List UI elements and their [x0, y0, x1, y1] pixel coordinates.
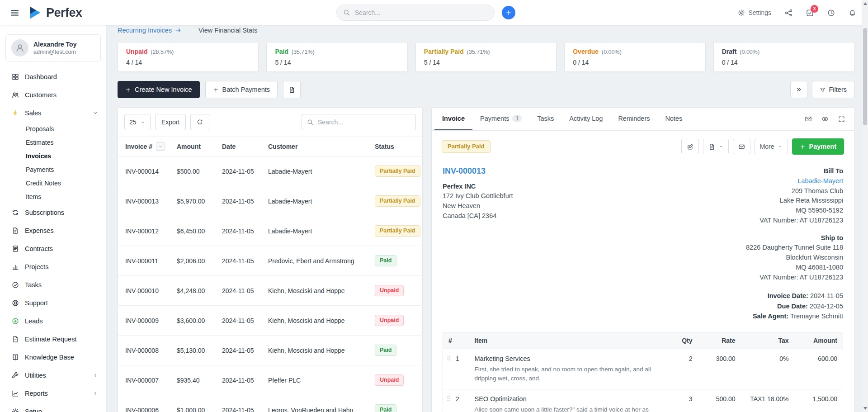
summary-card-partially-paid[interactable]: Partially Paid(35.71%)5 / 14	[415, 42, 557, 72]
menu-icon[interactable]	[10, 8, 19, 18]
invoice-number-cell[interactable]: INV-000008	[118, 336, 173, 365]
summary-card-overdue[interactable]: Overdue(0.00%)0 / 14	[564, 42, 705, 72]
column-header-amount[interactable]: Amount	[173, 137, 218, 156]
recurring-invoices-link[interactable]: Recurring Invoices	[118, 27, 181, 34]
invoice-row[interactable]: INV-000010$4,248.002024-11-05Kiehn, Mosc…	[118, 276, 423, 306]
per-page-select[interactable]: 25	[124, 114, 151, 130]
sidebar-item-customers[interactable]: Customers	[0, 86, 106, 104]
sidebar-item-utilities[interactable]: Utilities	[0, 366, 106, 384]
global-search-input[interactable]	[355, 9, 488, 16]
invoice-status-cell: Unpaid	[371, 276, 423, 306]
create-new-invoice-button[interactable]: Create New Invoice	[118, 81, 200, 98]
todo-items-button[interactable]: 3	[806, 9, 814, 17]
drag-handle-icon[interactable]	[446, 395, 452, 402]
invoice-row[interactable]: INV-000013$5,970.002024-11-05Labadie-May…	[118, 186, 423, 216]
invoice-number-cell[interactable]: INV-000013	[118, 186, 173, 216]
tab-invoice[interactable]: Invoice	[434, 108, 472, 130]
bell-icon[interactable]	[849, 9, 856, 17]
sidebar-item-dashboard[interactable]: Dashboard	[0, 68, 106, 86]
drag-handle-icon[interactable]	[446, 355, 452, 361]
batch-payments-button[interactable]: Batch Payments	[205, 81, 278, 98]
invoice-items-table: #ItemQtyRateTaxAmount 1Marketing Service…	[443, 332, 843, 412]
toggle-table-view-button[interactable]	[790, 81, 807, 98]
download-pdf-button[interactable]	[703, 139, 729, 154]
sidebar-item-leads[interactable]: Leads	[0, 312, 106, 330]
tab-payments[interactable]: Payments1	[472, 108, 529, 130]
scroll-up-arrow[interactable]	[863, 2, 867, 5]
clock-icon[interactable]	[827, 9, 835, 17]
settings-button[interactable]: Settings	[737, 9, 771, 17]
sidebar-item-projects[interactable]: Projects	[0, 258, 106, 276]
refresh-button[interactable]	[190, 114, 209, 130]
global-search[interactable]	[336, 5, 495, 21]
invoice-row[interactable]: INV-000006$1,000.002024-11-05Legros, Von…	[118, 395, 423, 412]
sidebar-item-estimate-request[interactable]: Estimate Request	[0, 330, 106, 348]
eye-icon[interactable]	[821, 115, 829, 123]
tab-activity-log[interactable]: Activity Log	[561, 108, 610, 130]
more-button[interactable]: More	[755, 139, 788, 154]
column-header-status[interactable]: Status	[371, 137, 423, 156]
column-header-customer[interactable]: Customer	[264, 137, 371, 156]
sidebar-item-items[interactable]: Items	[0, 190, 106, 204]
invoice-number-link[interactable]: INV-000013	[443, 166, 513, 176]
sidebar-item-invoices[interactable]: Invoices	[0, 149, 106, 163]
filters-button[interactable]: Filters	[812, 81, 854, 98]
sidebar-item-subscriptions[interactable]: Subscriptions	[0, 204, 106, 222]
sidebar-item-setup[interactable]: Setup	[0, 403, 106, 412]
scrollbar-thumb[interactable]	[863, 28, 867, 125]
invoice-row[interactable]: INV-000012$6,450.002024-11-05Labadie-May…	[118, 216, 423, 246]
sidebar-item-estimates[interactable]: Estimates	[0, 136, 106, 149]
summary-card-paid[interactable]: Paid(35.71%)5 / 14	[266, 42, 407, 72]
column-header-date[interactable]: Date	[218, 137, 264, 156]
invoice-number-cell[interactable]: INV-000011	[118, 246, 173, 276]
sidebar-item-sales[interactable]: Sales	[0, 104, 106, 122]
envelope-icon[interactable]	[805, 115, 812, 123]
sidebar-item-payments[interactable]: Payments	[0, 163, 106, 176]
tab-tasks[interactable]: Tasks	[529, 108, 561, 130]
sidebar-item-tasks[interactable]: Tasks	[0, 276, 106, 294]
brand-logo[interactable]: Perfex	[28, 6, 82, 20]
tab-reminders[interactable]: Reminders	[610, 108, 657, 130]
invoice-row[interactable]: INV-000014$500.002024-11-05Labadie-Mayer…	[118, 156, 423, 186]
sidebar-item-expenses[interactable]: Expenses	[0, 222, 106, 240]
invoice-row[interactable]: INV-000007$935.402024-11-05Pfeffer PLCUn…	[118, 365, 423, 395]
invoice-row[interactable]: INV-000008$5,130.002024-11-05Kiehn, Mosc…	[118, 336, 423, 365]
invoice-number-cell[interactable]: INV-000014	[118, 156, 173, 186]
invoice-number-cell[interactable]: INV-000010	[118, 276, 173, 306]
edit-invoice-button[interactable]	[681, 139, 699, 154]
sidebar-item-support[interactable]: Support	[0, 294, 106, 312]
invoice-number-cell[interactable]: INV-000009	[118, 306, 173, 336]
column-dropdown-button[interactable]	[156, 142, 165, 151]
sidebar-item-knowledge-base[interactable]: Knowledge Base	[0, 348, 106, 366]
per-page-value: 25	[129, 118, 137, 126]
add-payment-button[interactable]: Payment	[792, 138, 844, 155]
column-header-invoice[interactable]: Invoice #	[118, 137, 173, 156]
bill-to-customer-link[interactable]: Labadie-Mayert	[797, 176, 843, 186]
invoice-number-cell[interactable]: INV-000006	[118, 395, 173, 412]
invoice-row[interactable]: INV-000011$2,006.002024-11-05Predovic, E…	[118, 246, 423, 276]
tab-notes[interactable]: Notes	[657, 108, 690, 130]
invoices-report-button[interactable]	[283, 81, 301, 98]
sidebar-item-credit-notes[interactable]: Credit Notes	[0, 176, 106, 190]
user-profile-card[interactable]: Alexandre Toy admin@test.com	[5, 34, 101, 62]
table-search-input[interactable]	[318, 118, 410, 126]
scroll-down-arrow[interactable]	[863, 407, 867, 410]
sidebar-item-contracts[interactable]: Contracts	[0, 240, 106, 258]
view-financial-stats-link[interactable]: View Financial Stats	[198, 27, 257, 34]
expand-icon[interactable]	[838, 116, 845, 123]
sidebar-item-proposals[interactable]: Proposals	[0, 122, 106, 136]
summary-card-draft[interactable]: Draft(0.00%)0 / 14	[713, 42, 854, 72]
summary-card-unpaid[interactable]: Unpaid(28.57%)4 / 14	[118, 42, 259, 72]
quick-create-button[interactable]	[502, 6, 515, 19]
window-scrollbar[interactable]	[862, 0, 868, 412]
export-button[interactable]: Export	[155, 114, 186, 130]
invoice-number-cell[interactable]: INV-000012	[118, 216, 173, 246]
sidebar-item-label: Sales	[25, 109, 41, 117]
invoice-row[interactable]: INV-000009$3,600.002024-11-05Kiehn, Mosc…	[118, 306, 423, 336]
sidebar-item-reports[interactable]: Reports	[0, 384, 106, 403]
send-email-button[interactable]	[733, 139, 750, 154]
table-search[interactable]	[302, 114, 416, 130]
share-icon[interactable]	[785, 9, 793, 17]
expenses-icon	[12, 227, 19, 234]
invoice-number-cell[interactable]: INV-000007	[118, 365, 173, 395]
